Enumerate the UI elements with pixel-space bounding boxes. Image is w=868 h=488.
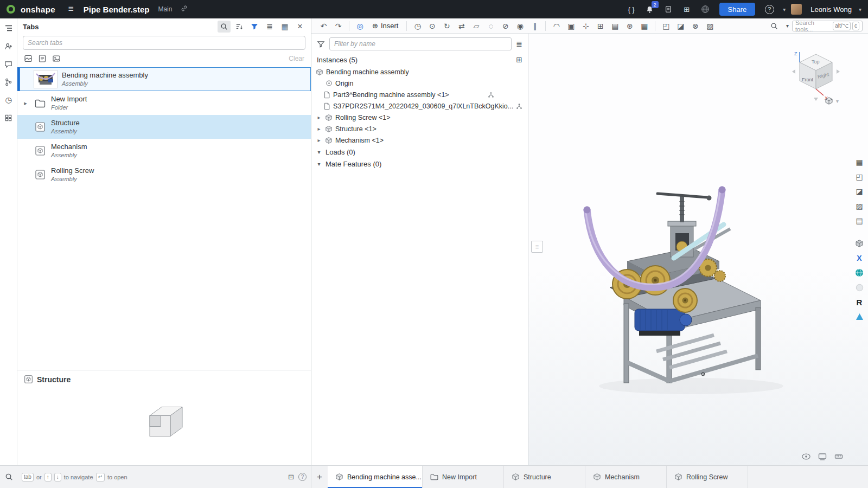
branch-label[interactable]: Main [158,5,172,13]
tree-row[interactable]: ▸ Rolling Screw <1> [311,112,528,123]
panel-resize-handle[interactable]: ≡ [531,241,543,253]
history-icon[interactable]: ◷ [411,20,424,32]
viewcube-top-label[interactable]: Top [812,59,820,65]
appearance-panel-icon[interactable]: ▤ [853,215,865,227]
mate-features-section-header[interactable]: ▾ Mate Features (0) [311,158,528,170]
solve-assembly-icon[interactable]: ◎ [353,20,367,32]
viewcube-front-label[interactable]: Front [802,77,814,82]
close-panel-icon[interactable]: × [293,21,307,33]
filter-icon[interactable] [248,21,261,33]
parallel-mate-icon[interactable]: ∥ [528,20,541,32]
document-tab[interactable]: Rolling Screw [667,466,748,488]
share-button[interactable]: Share [719,3,756,16]
app-store-grid-icon[interactable]: ⊞ [680,3,693,16]
measure-caret-icon[interactable]: ▾ [786,23,789,29]
tree-row[interactable]: ▸ Mechanism <1> [311,134,528,146]
search-tools-input[interactable]: Search tools... alt/⌥ c [792,21,863,31]
help-caret-icon[interactable]: ▾ [783,7,786,12]
section-view-icon[interactable]: ◪ [674,20,687,32]
rotate-right-arrow-icon[interactable] [837,69,840,74]
hamburger-menu-icon[interactable]: ≡ [68,4,74,15]
clear-filters-button[interactable]: Clear [289,55,304,62]
properties-grid-icon[interactable] [3,112,14,123]
tab-list-item[interactable]: ▸ New Import Folder [17,91,311,115]
notifications-bell-icon[interactable]: 2 [643,3,656,16]
versions-graph-icon[interactable] [3,76,14,87]
history-clock-icon[interactable]: ◷ [3,94,14,105]
filter-drawing-icon[interactable] [38,54,47,63]
filter-partstudio-icon[interactable] [24,54,33,63]
view-options-button[interactable]: ▾ [825,97,839,105]
x-app-icon[interactable]: X [853,252,865,264]
exploded-view-icon[interactable]: ⊗ [688,20,702,32]
linear-pattern-icon[interactable]: ▤ [608,20,622,32]
learning-globe-icon[interactable] [699,3,712,16]
popout-icon[interactable]: ⊡ [288,473,294,481]
tabs-panel-icon[interactable] [3,23,14,34]
tab-list-item[interactable]: Rolling Screw Assembly [17,163,311,187]
slider-mate-icon[interactable]: ⇄ [455,20,468,32]
expand-chevron-icon[interactable]: ▸ [316,114,322,120]
appearance-tool-icon[interactable] [801,451,812,462]
insert-button[interactable]: ⊕ Insert [368,20,403,32]
search-icon[interactable] [218,21,231,33]
render-app-icon[interactable]: R [853,296,865,308]
share-link-icon[interactable] [181,5,188,14]
circular-pattern-icon[interactable]: ⊛ [623,20,636,32]
collapse-chevron-icon[interactable]: ▾ [316,161,322,167]
tab-list-item[interactable]: Structure Assembly [17,115,311,139]
display-options-icon[interactable]: ▨ [703,20,717,32]
rotate-left-arrow-icon[interactable] [792,69,795,74]
bom-table-icon[interactable]: ▦ [637,20,651,32]
cylindrical-mate-icon[interactable]: ◌ [484,20,497,32]
sphere-app-icon[interactable] [853,281,865,293]
expand-chevron-icon[interactable]: ▸ [316,126,322,132]
fastened-mate-icon[interactable]: ⊙ [425,20,439,32]
bom-panel-icon[interactable]: ▦ [853,156,865,168]
user-avatar[interactable] [791,4,802,15]
document-tab[interactable]: Bending machine asse... [328,466,423,488]
collapse-chevron-icon[interactable]: ▾ [316,149,322,155]
search-tabs-icon[interactable] [5,473,13,481]
tree-row[interactable]: ▸ Structure <1> [311,123,528,134]
view-cube[interactable]: Top Front Right Z X [788,49,844,103]
redo-button[interactable]: ↷ [331,20,345,32]
filter-image-icon[interactable] [52,54,61,63]
fixed-instance-icon[interactable] [488,92,494,98]
filter-funnel-icon[interactable] [317,40,325,48]
featurescript-icon[interactable]: { } [625,3,638,16]
planar-mate-icon[interactable]: ▱ [469,20,483,32]
measure-magnifier-icon[interactable] [768,20,781,32]
pin-slot-mate-icon[interactable]: ⊘ [499,20,512,32]
list-view-icon[interactable]: ≣ [263,21,276,33]
fixed-instance-icon[interactable] [516,103,522,110]
user-menu-caret-icon[interactable]: ▾ [859,7,861,12]
triangle-app-icon[interactable] [853,311,865,323]
globe-app-icon[interactable] [853,267,865,279]
help-icon[interactable]: ? [763,3,776,16]
named-views-icon[interactable]: ◰ [659,20,673,32]
ball-mate-icon[interactable]: ◉ [513,20,527,32]
tree-row[interactable]: Part3^Bending machine assembly <1> [311,89,528,100]
document-tab[interactable]: Structure [504,466,585,488]
tab-list-item[interactable]: Bending machine assembly Assembly [17,67,311,91]
parts-panel-icon[interactable]: ◰ [853,171,865,183]
add-tab-button[interactable]: + [311,466,328,488]
graphics-viewport[interactable]: Top Front Right Z X ▾ ▦ ◰ ◪ ▨ ▤ X R [528,34,868,465]
visibility-tool-icon[interactable] [817,451,828,462]
undo-button[interactable]: ↶ [317,20,330,32]
display-states-panel-icon[interactable]: ▨ [853,200,865,212]
document-tab[interactable]: New Import [423,466,504,488]
tangent-mate-icon[interactable]: ◠ [550,20,563,32]
tree-row[interactable]: Origin [311,78,528,89]
follow-mode-icon[interactable] [3,41,14,52]
group-icon[interactable]: ▣ [564,20,578,32]
hints-help-icon[interactable]: ? [298,473,307,481]
sort-icon[interactable] [233,21,246,33]
expand-chevron-icon[interactable]: ▸ [22,100,29,107]
tree-row[interactable]: S37PDR2S71M4_20220429_030609_q7lXLnTBckO… [311,100,528,112]
filter-by-name-input[interactable] [329,37,512,50]
tree-view-options-icon[interactable]: ≣ [516,40,522,48]
insert-instance-icon[interactable]: ⊞ [516,55,522,64]
rotate-down-arrow-icon[interactable] [814,98,818,101]
